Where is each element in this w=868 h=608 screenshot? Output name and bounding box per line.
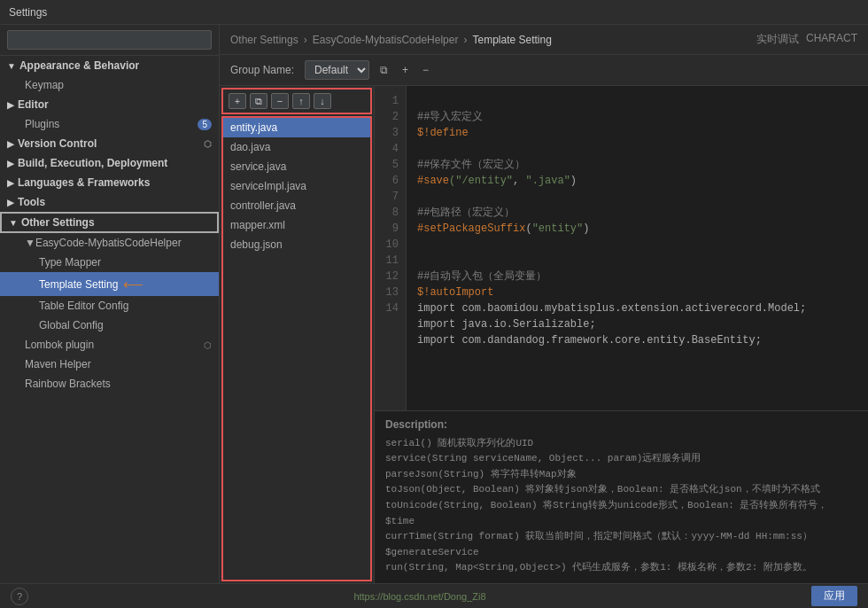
breadcrumb-part2: EasyCode-MybatisCodeHelper: [313, 34, 459, 46]
sidebar-item-rainbow-brackets[interactable]: Rainbow Brackets: [0, 374, 219, 394]
file-copy-button[interactable]: ⧉: [250, 93, 267, 109]
sidebar-item-tools[interactable]: ▶ Tools: [0, 192, 219, 212]
group-select[interactable]: Default: [305, 60, 369, 80]
lombok-icon: ⬡: [204, 340, 212, 350]
expand-arrow-icon: ▶: [7, 198, 14, 207]
sidebar-item-version-control[interactable]: ▶ Version Control ⬡: [0, 134, 219, 153]
search-input[interactable]: [7, 30, 212, 50]
sidebar-item-appearance[interactable]: ▼ Appearance & Behavior: [0, 56, 219, 75]
file-item-mapper[interactable]: mapper.xml: [223, 215, 370, 235]
realtime-debug-label[interactable]: 实时调试: [756, 32, 799, 47]
line-numbers: 1 2 3 4 5 6 7 8 9 10 11 12 13 14: [375, 86, 407, 410]
file-add-button[interactable]: +: [229, 93, 246, 109]
top-toolbar: Group Name: Default ⧉ + −: [220, 55, 868, 86]
code-editor: 1 2 3 4 5 6 7 8 9 10 11 12 13 14: [375, 86, 868, 583]
breadcrumb-part1: Other Settings: [230, 34, 298, 46]
desc-line: $time: [385, 514, 857, 530]
file-up-button[interactable]: ↑: [292, 93, 310, 109]
apply-button[interactable]: 应用: [811, 586, 857, 606]
desc-line: toUnicode(String, Boolean) 将String转换为uni…: [385, 498, 857, 514]
selected-arrow-icon: ⟵: [123, 276, 143, 292]
breadcrumb: Other Settings › EasyCode-MybatisCodeHel…: [220, 25, 868, 55]
expand-arrow-icon: ▼: [25, 237, 35, 249]
bottom-bar: ? https://blog.csdn.net/Dong_Zi8 应用: [0, 583, 868, 608]
file-item-entity[interactable]: entity.java: [223, 118, 370, 137]
expand-arrow-icon: ▶: [7, 139, 14, 149]
sidebar-item-lombok[interactable]: Lombok plugin ⬡: [0, 335, 219, 355]
file-item-debug[interactable]: debug.json: [223, 235, 370, 254]
sidebar-item-global-config[interactable]: Global Config: [0, 316, 219, 335]
content-area: Other Settings › EasyCode-MybatisCodeHel…: [220, 25, 868, 583]
breadcrumb-sep1: ›: [304, 34, 307, 46]
desc-line: parseJson(String) 将字符串转Map对象: [385, 467, 857, 483]
main-layout: ▼ Appearance & Behavior Keymap ▶ Editor …: [0, 25, 868, 583]
sidebar-item-keymap[interactable]: Keymap: [0, 75, 219, 95]
sidebar: ▼ Appearance & Behavior Keymap ▶ Editor …: [0, 25, 220, 583]
charset-label[interactable]: CHARACT: [806, 32, 857, 47]
code-content[interactable]: 1 2 3 4 5 6 7 8 9 10 11 12 13 14: [375, 86, 868, 410]
desc-line: toJson(Object, Boolean) 将对象转json对象，Boole…: [385, 482, 857, 498]
vcs-icon: ⬡: [204, 139, 212, 149]
sidebar-item-template-setting[interactable]: Template Setting ⟵: [0, 272, 219, 296]
file-list-panel: + ⧉ − ↑ ↓ entity.java dao.java service.j…: [220, 86, 375, 583]
sidebar-item-editor[interactable]: ▶ Editor: [0, 95, 219, 114]
code-lines: ##导入宏定义 $!define ##保存文件（宏定义） #save("/ent…: [407, 86, 817, 410]
file-item-controller[interactable]: controller.java: [223, 196, 370, 215]
search-bar: [0, 25, 219, 56]
description-label: Description:: [385, 418, 857, 431]
sidebar-item-languages[interactable]: ▶ Languages & Frameworks: [0, 173, 219, 192]
expand-arrow-icon: ▶: [7, 178, 14, 188]
file-list: entity.java dao.java service.java servic…: [221, 116, 372, 581]
description-text: serial() 随机获取序列化的UID service(String serv…: [385, 436, 857, 576]
title-bar-text: Settings: [9, 6, 47, 19]
desc-line: serial() 随机获取序列化的UID: [385, 436, 857, 452]
desc-line: service(String serviceName, Object... pa…: [385, 451, 857, 467]
breadcrumb-sep2: ›: [463, 34, 467, 46]
url-text: https://blog.csdn.net/Dong_Zi8: [353, 591, 485, 602]
toolbar-remove-icon[interactable]: −: [419, 62, 432, 78]
desc-line: currTime(String format) 获取当前时间，指定时间格式（默认…: [385, 529, 857, 545]
group-name-label: Group Name:: [230, 64, 294, 76]
sidebar-item-easycode[interactable]: ▼ EasyCode-MybatisCodeHelper: [0, 233, 219, 253]
expand-arrow-icon: ▼: [9, 218, 18, 228]
expand-arrow-icon: ▶: [7, 159, 14, 168]
file-remove-button[interactable]: −: [271, 93, 289, 109]
toolbar-copy-icon[interactable]: ⧉: [376, 62, 391, 78]
breadcrumb-part3: Template Setting: [472, 34, 551, 46]
sidebar-item-other-settings[interactable]: ▼ Other Settings: [0, 212, 219, 233]
sidebar-item-build[interactable]: ▶ Build, Execution, Deployment: [0, 153, 219, 173]
file-list-toolbar: + ⧉ − ↑ ↓: [221, 88, 372, 114]
title-bar: Settings: [0, 0, 868, 25]
file-item-dao[interactable]: dao.java: [223, 137, 370, 157]
sidebar-item-plugins[interactable]: Plugins 5: [0, 114, 219, 134]
toolbar-add-icon[interactable]: +: [399, 62, 412, 78]
breadcrumb-actions: 实时调试 CHARACT: [756, 32, 857, 47]
expand-arrow-icon: ▼: [7, 61, 16, 71]
file-item-service[interactable]: service.java: [223, 157, 370, 176]
expand-arrow-icon: ▶: [7, 100, 14, 110]
desc-line: run(String, Map<String,Object>) 代码生成服务，参…: [385, 560, 857, 576]
help-button[interactable]: ?: [11, 588, 28, 605]
file-down-button[interactable]: ↓: [314, 93, 331, 109]
description-area: Description: serial() 随机获取序列化的UID servic…: [375, 410, 868, 583]
middle-area: + ⧉ − ↑ ↓ entity.java dao.java service.j…: [220, 86, 868, 583]
file-item-serviceimpl[interactable]: serviceImpl.java: [223, 176, 370, 196]
plugins-badge: 5: [198, 119, 212, 130]
desc-line: $generateService: [385, 545, 857, 561]
sidebar-item-table-editor[interactable]: Table Editor Config: [0, 296, 219, 316]
sidebar-item-maven-helper[interactable]: Maven Helper: [0, 355, 219, 374]
sidebar-item-type-mapper[interactable]: Type Mapper: [0, 253, 219, 272]
